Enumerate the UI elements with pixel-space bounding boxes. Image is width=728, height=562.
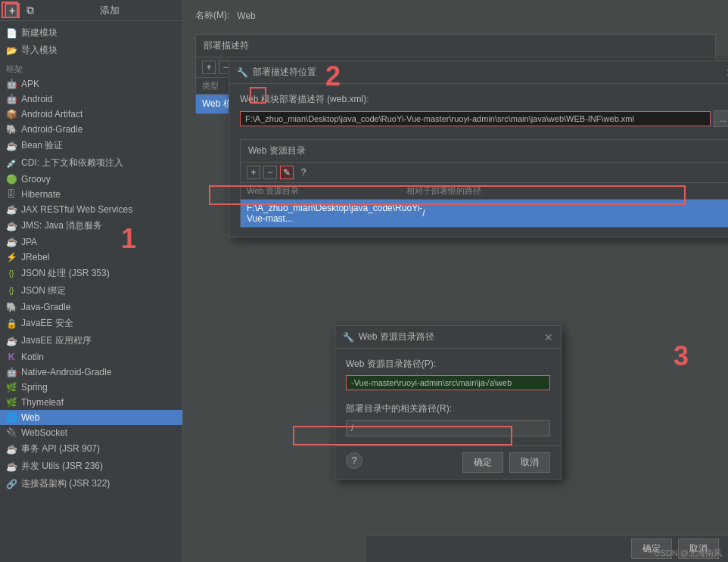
sidebar-item-json-bind[interactable]: {} JSON 绑定 — [0, 282, 182, 300]
kotlin-icon: K — [6, 352, 17, 362]
dialog-dd-subtitle: Web 模块部署描述符 (web.xml): — [240, 93, 728, 106]
dialog-web-path-input[interactable] — [346, 375, 550, 390]
main-container: + ⧉ 添加 📄 新建模块 📂 导入模块 框架 🤖 APK � — [0, 0, 728, 562]
dialog-dd-body: Web 模块部署描述符 (web.xml): ... Web 资源目录 + − … — [229, 84, 728, 237]
copy-button[interactable]: ⧉ — [23, 3, 38, 18]
help-web-resource-btn[interactable]: ? — [297, 166, 310, 179]
dialog-web-path-ok-button[interactable]: 确定 — [462, 452, 503, 473]
javaee-app-icon: ☕ — [6, 336, 17, 346]
content-area: 名称(M): 部署描述符 + − ✎ 类型 路径 Web 模块部署描述符 — [183, 0, 728, 562]
sidebar-list: 📄 新建模块 📂 导入模块 框架 🤖 APK 🤖 Android 📦 Andro… — [0, 21, 182, 562]
import-module-icon: 📂 — [6, 45, 17, 56]
dialog-dd-title: 部署描述符位置 — [253, 66, 316, 79]
sidebar-item-cdi[interactable]: 💉 CDI: 上下文和依赖项注入 — [0, 154, 182, 172]
add-button[interactable]: + — [5, 3, 20, 18]
sidebar-item-jrebel[interactable]: ⚡ JRebel — [0, 250, 182, 265]
add-label: 添加 — [41, 4, 178, 17]
dialog-web-path-cancel-button[interactable]: 取消 — [509, 452, 550, 473]
sidebar-item-services-api[interactable]: ☕ 事务 API (JSR 907) — [0, 440, 182, 458]
web-resource-toolbar: + − ✎ ? — [241, 163, 728, 183]
sidebar-item-new-module[interactable]: 📄 新建模块 — [0, 24, 182, 42]
web-resource-header: Web 资源目录 — [241, 140, 728, 163]
dialog-dd-browse-button[interactable]: ... — [714, 110, 728, 127]
dialog-dd-path-input[interactable] — [240, 111, 711, 126]
dialog-web-path: 🔧 Web 资源目录路径 ✕ Web 资源目录路径(P): 部署目录中的相关路径… — [334, 325, 562, 480]
add-web-resource-btn[interactable]: + — [247, 166, 260, 179]
web-resource-dir-cell: F:\A_zhuo_mian\Desktop\java_code\RuoYi-V… — [247, 203, 422, 224]
sidebar-item-javaee-sec[interactable]: 🔒 JavaEE 安全 — [0, 315, 182, 332]
services-api-icon: ☕ — [6, 444, 17, 455]
jpa-icon: ☕ — [6, 237, 17, 247]
name-input[interactable] — [237, 11, 350, 21]
dialog-web-path-close-button[interactable]: ✕ — [544, 331, 553, 343]
name-label: 名称(M): — [195, 9, 229, 22]
sidebar-item-spring[interactable]: 🌿 Spring — [0, 380, 182, 395]
dialog-web-path-input-row — [346, 375, 550, 390]
badge-1: 1 — [121, 223, 136, 255]
dialog-web-path-title-bar: 🔧 Web 资源目录路径 ✕ — [335, 326, 561, 349]
connector-icon: 🔗 — [6, 479, 17, 489]
sidebar-item-jpa[interactable]: ☕ JPA — [0, 234, 182, 250]
sidebar-item-android-gradle[interactable]: 🐘 Android-Gradle — [0, 122, 182, 137]
sidebar-item-jms[interactable]: ☕ JMS: Java 消息服务 — [0, 217, 182, 234]
dialog-dd-title-bar: 🔧 部署描述符位置 ✕ — [229, 61, 728, 84]
import-module-label: 导入模块 — [21, 44, 58, 57]
sidebar-item-jax[interactable]: ☕ JAX RESTful Web Services — [0, 202, 182, 217]
deployment-section-header: 部署描述符 — [196, 35, 715, 57]
web-resource-dir-col: Web 资源目录 — [247, 185, 406, 197]
groovy-icon: 🟢 — [6, 174, 17, 185]
sidebar-item-java-gradle[interactable]: 🐘 Java-Gradle — [0, 300, 182, 315]
thymeleaf-icon: 🌿 — [6, 397, 17, 408]
spring-icon: 🌿 — [6, 382, 17, 393]
badge-3: 3 — [674, 340, 689, 372]
sidebar-item-groovy[interactable]: 🟢 Groovy — [0, 172, 182, 187]
json-jsr-icon: {} — [6, 269, 17, 279]
dialog-deploy-label: 部署目录中的相关路径(R): — [346, 402, 550, 415]
sidebar-item-apk[interactable]: 🤖 APK — [0, 76, 182, 92]
sidebar-item-android[interactable]: 🤖 Android — [0, 92, 182, 107]
bean-icon: ☕ — [6, 141, 17, 151]
sidebar-item-connector[interactable]: 🔗 连接器架构 (JSR 322) — [0, 475, 182, 492]
jrebel-icon: ⚡ — [6, 252, 17, 262]
sidebar-item-android-artifact[interactable]: 📦 Android Artifact — [0, 107, 182, 122]
badge-2: 2 — [325, 61, 341, 92]
android-icon: 🤖 — [6, 94, 17, 104]
remove-web-resource-btn[interactable]: − — [263, 166, 277, 179]
json-bind-icon: {} — [6, 286, 17, 297]
dialog-web-path-footer: ? 确定 取消 — [335, 446, 561, 479]
dialog-web-path-title: Web 资源目录路径 — [359, 331, 434, 343]
sidebar-item-websocket[interactable]: 🔌 WebSocket — [0, 425, 182, 440]
web-resource-table-row[interactable]: F:\A_zhuo_mian\Desktop\java_code\RuoYi-V… — [241, 200, 728, 227]
jms-icon: ☕ — [6, 221, 17, 231]
sidebar-item-javaee-app[interactable]: ☕ JavaEE 应用程序 — [0, 332, 182, 349]
edit-web-resource-btn[interactable]: ✎ — [280, 166, 294, 179]
dialog-web-path-help-button[interactable]: ? — [346, 452, 362, 469]
javaee-sec-icon: 🔒 — [6, 318, 17, 329]
dialog-web-path-body: Web 资源目录路径(P): 部署目录中的相关路径(R): — [335, 349, 561, 446]
hibernate-icon: 🗄 — [6, 189, 17, 200]
sidebar-item-utils[interactable]: ☕ 并发 Utils (JSR 236) — [0, 458, 182, 475]
java-gradle-icon: 🐘 — [6, 302, 17, 312]
dialog-deploy-path-input[interactable] — [346, 420, 550, 436]
dialog-dd-icon: 🔧 — [237, 67, 248, 78]
sidebar: + ⧉ 添加 📄 新建模块 📂 导入模块 框架 🤖 APK � — [0, 0, 183, 562]
watermark: CSDN @北海南风 — [655, 548, 722, 559]
dialog-web-path-label: Web 资源目录路径(P): — [346, 358, 550, 371]
web-resource-table-header: Web 资源目录 相对于部署恨的路径 — [241, 183, 728, 200]
sidebar-item-hibernate[interactable]: 🗄 Hibernate — [0, 187, 182, 202]
dialog-web-path-icon: 🔧 — [343, 332, 354, 343]
sidebar-item-bean[interactable]: ☕ Bean 验证 — [0, 137, 182, 154]
dialog-dd-path-row: ... — [240, 110, 728, 127]
sidebar-item-kotlin[interactable]: K Kotlin — [0, 349, 182, 365]
android-artifact-icon: 📦 — [6, 109, 17, 120]
sidebar-item-thymeleaf[interactable]: 🌿 Thymeleaf — [0, 395, 182, 410]
web-icon: 🌐 — [6, 412, 17, 423]
sidebar-item-web[interactable]: 🌐 Web — [0, 410, 182, 425]
utils-icon: ☕ — [6, 461, 17, 472]
sidebar-item-json-jsr[interactable]: {} JSON 处理 (JSR 353) — [0, 265, 182, 282]
add-descriptor-btn[interactable]: + — [202, 61, 216, 74]
apk-icon: 🤖 — [6, 79, 17, 89]
new-module-label: 新建模块 — [21, 26, 58, 39]
sidebar-item-native-android[interactable]: 🤖 Native-Android-Gradle — [0, 365, 182, 380]
sidebar-item-import-module[interactable]: 📂 导入模块 — [0, 42, 182, 59]
